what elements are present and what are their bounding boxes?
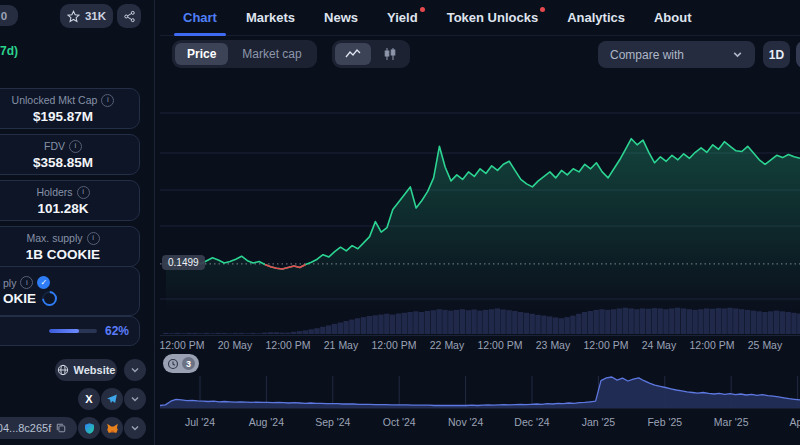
chevron-down-icon — [732, 49, 743, 60]
stat-value: 101.28K — [37, 201, 88, 216]
star-icon — [67, 10, 80, 23]
tab-news[interactable]: News — [324, 0, 358, 36]
info-icon[interactable]: i — [69, 140, 82, 153]
info-icon[interactable]: i — [20, 276, 33, 289]
x-axis-label: 21 May — [324, 339, 358, 351]
website-label: Website — [74, 364, 116, 376]
navigator-chart[interactable] — [160, 372, 800, 414]
contract-address: 004...8c265f — [0, 422, 51, 434]
telegram-button[interactable] — [101, 388, 123, 410]
token-chart-page: 0 31K 7d) Unlocked Mkt Capi $195.87M FDV… — [0, 0, 800, 445]
x-axis-label: 22 May — [430, 339, 464, 351]
chart-type-toggle — [332, 40, 410, 68]
navigator-month-label: Mar '25 — [714, 416, 749, 428]
timeframe-1d-button[interactable]: 1D — [763, 41, 790, 68]
tab-label: About — [654, 10, 692, 25]
stat-card-holders: Holdersi 101.28K — [0, 180, 140, 221]
copy-icon[interactable] — [56, 423, 66, 433]
stat-card-unlocked-mkt-cap: Unlocked Mkt Capi $195.87M — [0, 88, 140, 129]
compare-with-dropdown[interactable]: Compare with — [598, 41, 755, 68]
progress-fill — [49, 329, 79, 333]
info-icon[interactable]: i — [87, 232, 100, 245]
stat-value-fragment: OKIE — [3, 291, 36, 306]
main-panel: Chart Markets News Yield Token Unlocks A… — [160, 0, 800, 445]
tab-chart[interactable]: Chart — [183, 0, 217, 36]
timeframe-label: 1D — [769, 48, 784, 62]
price-chart-area[interactable] — [160, 80, 800, 336]
x-axis-label: 25 May — [748, 339, 782, 351]
navigator-month-label: Nov '24 — [448, 416, 483, 428]
x-axis-label: 12:00 PM — [372, 339, 417, 351]
navigator-month-label: Apr — [789, 416, 800, 428]
section-tabs: Chart Markets News Yield Token Unlocks A… — [160, 0, 800, 36]
sidebar: 0 31K 7d) Unlocked Mkt Capi $195.87M FDV… — [0, 0, 155, 445]
tab-markets[interactable]: Markets — [246, 0, 295, 36]
chevron-down-icon — [130, 394, 140, 404]
market-cap-toggle-button[interactable]: Market cap — [230, 43, 313, 65]
audit-shield-button[interactable] — [78, 417, 100, 439]
socials-expand-button[interactable] — [124, 388, 146, 410]
x-axis-label: 20 May — [218, 339, 252, 351]
navigator-month-label: Jul '24 — [185, 416, 215, 428]
x-social-button[interactable]: X — [78, 388, 100, 410]
stat-label-fragment: ply — [3, 277, 16, 289]
tab-yield[interactable]: Yield — [387, 0, 418, 36]
x-axis-label: 12:00 PM — [478, 339, 523, 351]
stat-card-circulating-supply: ply i ✓ OKIE — [0, 266, 140, 316]
tab-about[interactable]: About — [654, 0, 692, 36]
line-mode-button[interactable] — [335, 43, 371, 65]
x-axis-label: 24 May — [642, 339, 676, 351]
contract-expand-button[interactable] — [124, 417, 146, 439]
metric-toggle: Price Market cap — [172, 40, 317, 68]
metamask-icon-button[interactable] — [101, 417, 123, 439]
x-axis-label: 23 May — [536, 339, 570, 351]
check-badge-icon: ✓ — [37, 276, 50, 289]
rank-badge-label: 0 — [1, 10, 7, 22]
metamask-icon — [106, 422, 119, 435]
tab-token-unlocks[interactable]: Token Unlocks — [447, 0, 539, 36]
watchlist-button[interactable]: 31K — [60, 4, 113, 28]
x-axis-label: 12:00 PM — [160, 339, 205, 351]
rank-badge: 0 — [0, 5, 18, 26]
stat-value: $358.85M — [33, 155, 93, 170]
candlestick-icon — [383, 48, 397, 60]
notification-dot — [540, 7, 545, 12]
x-icon: X — [85, 393, 92, 405]
share-button[interactable] — [117, 4, 141, 28]
navigator-month-label: Dec '24 — [514, 416, 549, 428]
history-clock-icon — [167, 358, 179, 370]
telegram-icon — [106, 393, 118, 405]
tab-label: Analytics — [567, 10, 625, 25]
tab-label: News — [324, 10, 358, 25]
website-button[interactable]: Website — [55, 359, 117, 381]
navigator-area[interactable] — [160, 372, 800, 414]
tab-analytics[interactable]: Analytics — [567, 0, 625, 36]
tab-label: Token Unlocks — [447, 10, 539, 25]
spinner-icon — [39, 288, 60, 309]
stat-value: 1B COOKIE — [26, 247, 100, 262]
shield-icon — [83, 422, 96, 435]
timeframe-next-button-partial[interactable] — [796, 41, 800, 68]
price-toggle-label: Price — [187, 47, 216, 61]
history-count: 3 — [182, 357, 195, 370]
stat-label: Unlocked Mkt Cap — [12, 94, 98, 106]
price-chart[interactable] — [160, 80, 800, 336]
info-icon[interactable]: i — [101, 94, 114, 107]
share-icon — [123, 10, 136, 23]
price-toggle-button[interactable]: Price — [175, 43, 228, 65]
website-expand-button[interactable] — [124, 359, 146, 381]
stat-label: FDV — [44, 140, 65, 152]
info-icon[interactable]: i — [77, 186, 90, 199]
progress-track — [49, 329, 97, 333]
candle-mode-button[interactable] — [373, 43, 407, 65]
navigator-month-label: Oct '24 — [383, 416, 416, 428]
stat-card-fdv: FDVi $358.85M — [0, 134, 140, 175]
history-button[interactable]: 3 — [163, 354, 199, 373]
stat-label: Max. supply — [26, 232, 82, 244]
contract-address-pill[interactable]: 004...8c265f — [0, 417, 77, 439]
compare-with-label: Compare with — [610, 48, 684, 62]
x-axis-label: 12:00 PM — [690, 339, 735, 351]
tab-label: Chart — [183, 10, 217, 25]
line-chart-icon — [345, 49, 361, 59]
chevron-down-icon — [130, 365, 140, 375]
